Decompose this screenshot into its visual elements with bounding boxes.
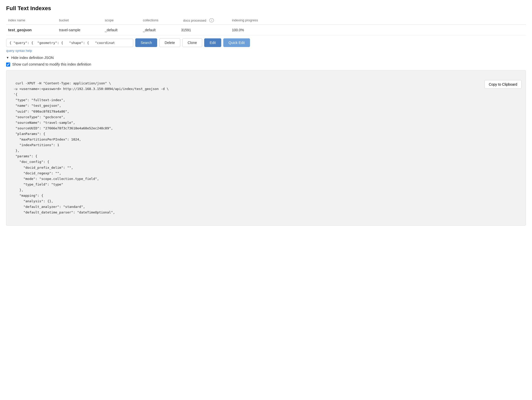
collections-value: _default <box>141 28 179 32</box>
edit-button[interactable]: Edit <box>204 38 221 47</box>
code-content: curl -XPUT -H "Content-Type: application… <box>11 81 169 214</box>
show-curl-section: Show curl command to modify this index d… <box>6 62 526 67</box>
col-index-name: index name <box>6 18 57 22</box>
index-name-value: test_geojson <box>6 28 57 32</box>
search-input[interactable] <box>6 39 133 47</box>
delete-button[interactable]: Delete <box>159 38 180 47</box>
bucket-value: travel-sample <box>57 28 103 32</box>
toggle-arrow-icon: ▼ <box>6 56 9 59</box>
docs-processed-info-icon[interactable]: i <box>209 18 214 22</box>
show-curl-checkbox[interactable] <box>6 63 10 67</box>
col-docs-processed: docs processed i <box>179 18 230 22</box>
clone-button[interactable]: Clone <box>182 38 202 47</box>
copy-to-clipboard-button[interactable]: Copy to Clipboard <box>484 80 522 89</box>
show-curl-label: Show curl command to modify this index d… <box>12 62 91 66</box>
scope-value: _default <box>103 28 141 32</box>
col-bucket: bucket <box>57 18 103 22</box>
quick-edit-button[interactable]: Quick Edit <box>223 38 250 47</box>
code-block: curl -XPUT -H "Content-Type: application… <box>6 70 526 226</box>
search-row: Search Delete Clone Edit Quick Edit <box>6 38 526 47</box>
hide-index-definition-label: Hide index definition JSON <box>11 56 54 60</box>
table-header: index name bucket scope collections docs… <box>6 16 526 25</box>
indexing-progress-value: 100.0% <box>230 28 526 32</box>
col-scope: scope <box>103 18 141 22</box>
query-syntax-help-link[interactable]: query syntax help <box>6 49 32 53</box>
search-button[interactable]: Search <box>135 38 157 47</box>
copy-button-container: Copy to Clipboard <box>477 74 522 94</box>
page-title: Full Text Indexes <box>6 5 526 12</box>
docs-processed-value: 31591 <box>179 28 230 32</box>
col-indexing-progress: indexing progress <box>230 18 526 22</box>
table-row: test_geojson travel-sample _default _def… <box>6 25 526 35</box>
col-collections: collections <box>141 18 179 22</box>
hide-index-definition-toggle[interactable]: ▼ Hide index definition JSON <box>6 56 526 60</box>
